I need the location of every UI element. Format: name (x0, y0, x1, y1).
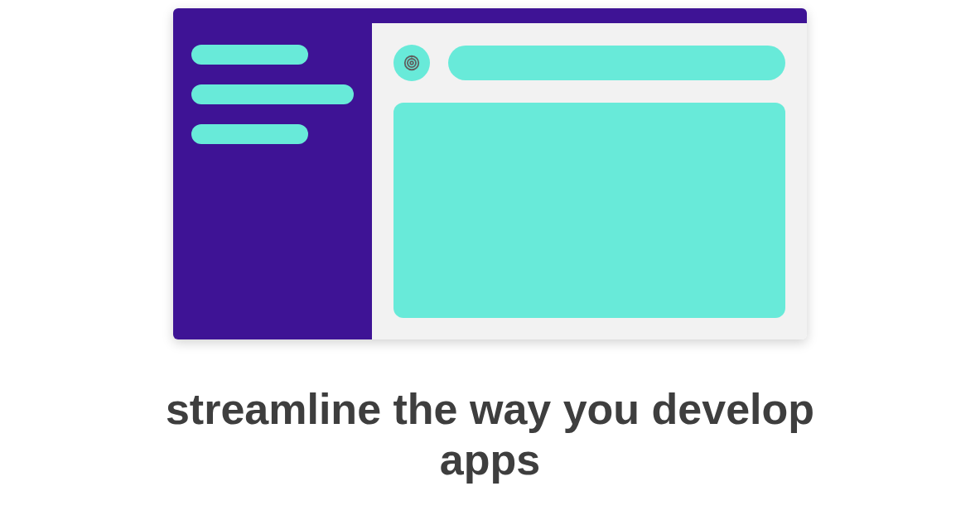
svg-point-2 (410, 61, 413, 65)
sidebar-item (191, 84, 354, 104)
window-titlebar (173, 8, 807, 23)
content-panel (393, 103, 785, 318)
sidebar-item (191, 124, 308, 144)
page-caption: streamline the way you develop apps (159, 384, 822, 486)
content-title-bar (448, 46, 785, 80)
fingerprint-icon (393, 45, 430, 81)
sidebar (173, 23, 372, 339)
content-header (393, 45, 785, 81)
content-area (372, 23, 807, 339)
svg-point-1 (408, 59, 416, 67)
app-illustration-card (173, 8, 807, 339)
app-body (173, 23, 807, 339)
sidebar-item (191, 45, 308, 65)
